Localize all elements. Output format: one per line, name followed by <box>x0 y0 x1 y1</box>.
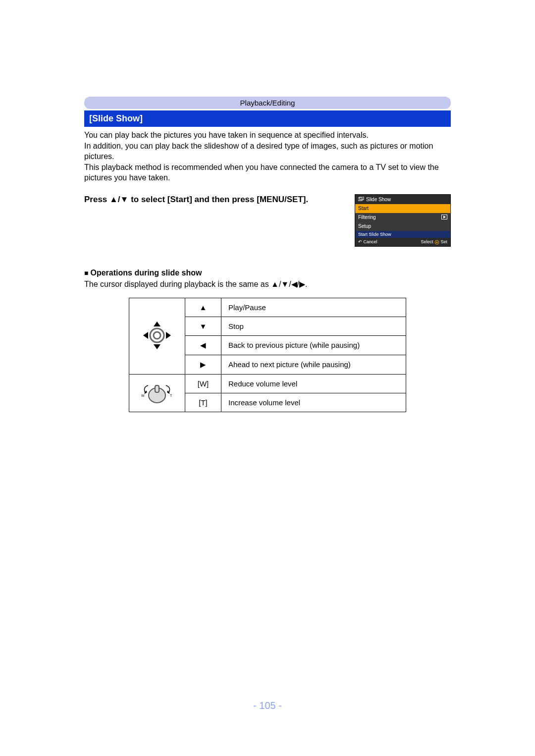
dpad-diagram-icon <box>137 316 177 355</box>
menu-footer-select-set: Select Set <box>421 239 447 245</box>
intro-paragraph: You can play back the pictures you have … <box>84 130 451 183</box>
menu-item-filtering: Filtering <box>355 213 450 222</box>
back-icon: ↶ <box>358 239 362 244</box>
menu-footer: ↶ Cancel Select Set <box>355 238 450 246</box>
intro-line-3: This playback method is recommended when… <box>84 163 439 182</box>
svg-point-7 <box>154 332 160 339</box>
menu-item-start-label: Start <box>358 206 369 211</box>
section-title: [Slide Show] <box>84 110 451 127</box>
zoom-w-symbol: [W] <box>185 374 221 393</box>
svg-rect-1 <box>360 197 364 200</box>
menu-footer-set-label: Set <box>440 239 447 244</box>
instruction-row: Press ▲/▼ to select [Start] and then pre… <box>84 194 451 247</box>
control-label-reduce-volume: Reduce volume level <box>221 374 406 393</box>
menu-header: Slide Show <box>355 195 450 204</box>
svg-marker-3 <box>443 216 446 218</box>
breadcrumb: Playback/Editing <box>84 97 451 109</box>
svg-marker-8 <box>154 322 160 326</box>
cursor-note-arrows-icon: ▲/▼/◀/▶ <box>271 279 305 289</box>
controls-table: ▲ Play/Pause ▼ Stop ◀ Back to previous p… <box>129 298 406 412</box>
svg-point-5 <box>436 241 437 243</box>
manual-page: Playback/Editing [Slide Show] You can pl… <box>0 0 535 756</box>
dpad-diagram-cell <box>129 298 185 374</box>
control-label-play-pause: Play/Pause <box>221 298 406 317</box>
right-arrow-icon: ▶ <box>185 355 221 374</box>
cursor-note-suffix: . <box>305 280 307 288</box>
menu-item-filtering-label: Filtering <box>358 215 376 220</box>
intro-line-2: In addition, you can play back the slide… <box>84 142 433 161</box>
control-label-next: Ahead to next picture (while pausing) <box>221 355 406 374</box>
cursor-note-prefix: The cursor displayed during playback is … <box>84 280 271 288</box>
table-row: W T [W] Reduce volume level <box>129 374 406 393</box>
zoom-lever-diagram-cell: W T <box>129 374 185 412</box>
control-label-stop: Stop <box>221 317 406 335</box>
arrow-icons: ▲/▼ <box>109 194 128 205</box>
menu-description-strip: Start Slide Show <box>355 231 450 238</box>
instruction-prefix: Press <box>84 195 109 204</box>
svg-marker-9 <box>154 344 160 349</box>
dpad-icon <box>434 240 439 245</box>
menu-footer-cancel-label: Cancel <box>364 239 377 244</box>
zoom-t-symbol: [T] <box>185 393 221 412</box>
svg-marker-11 <box>166 332 171 339</box>
table-row: ▲ Play/Pause <box>129 298 406 317</box>
svg-marker-10 <box>143 332 148 339</box>
instruction-suffix: to select [Start] and then press [MENU/S… <box>128 195 308 204</box>
svg-text:W: W <box>141 394 145 397</box>
intro-line-1: You can play back the pictures you have … <box>84 131 369 139</box>
operations-subheading: ■Operations during slide show <box>84 269 451 277</box>
playback-icon <box>441 215 447 220</box>
menu-item-setup: Setup <box>355 222 450 231</box>
control-label-increase-volume: Increase volume level <box>221 393 406 412</box>
menu-item-setup-label: Setup <box>358 223 371 229</box>
operations-subheading-text: Operations during slide show <box>90 269 202 277</box>
playback-mode-icon <box>358 197 364 202</box>
menu-title: Slide Show <box>366 197 391 202</box>
svg-text:T: T <box>170 394 172 397</box>
svg-rect-0 <box>358 198 362 201</box>
svg-rect-13 <box>155 385 159 392</box>
control-label-back: Back to previous picture (while pausing) <box>221 335 406 355</box>
down-arrow-icon: ▼ <box>185 317 221 335</box>
bullet-square-icon: ■ <box>84 269 88 277</box>
instruction-text: Press ▲/▼ to select [Start] and then pre… <box>84 194 355 205</box>
menu-footer-select-label: Select <box>421 239 433 244</box>
camera-menu-screenshot: Slide Show Start Filtering Setup Start S… <box>355 194 451 247</box>
menu-footer-cancel: ↶ Cancel <box>358 239 377 245</box>
cursor-note: The cursor displayed during playback is … <box>84 279 451 289</box>
svg-point-6 <box>150 328 164 342</box>
page-number: - 105 - <box>0 700 535 711</box>
left-arrow-icon: ◀ <box>185 335 221 355</box>
zoom-lever-icon: W T <box>137 378 177 406</box>
menu-item-start: Start <box>355 204 450 213</box>
up-arrow-icon: ▲ <box>185 298 221 317</box>
